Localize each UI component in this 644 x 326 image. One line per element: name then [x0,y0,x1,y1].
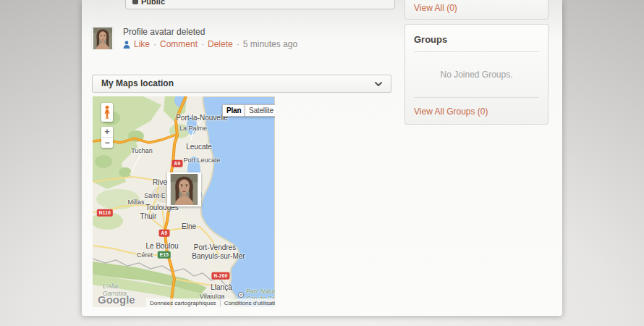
map-label-town: Tuchan [131,147,153,154]
park-icon [238,292,244,298]
map-label-town: Saint-E [144,192,166,199]
map-label-town: Port Leucate [183,156,220,164]
map-data-notice: Données cartographiques [146,300,220,306]
pegman-icon [103,105,111,120]
activity-meta-row: Like · Comment · Delete · 5 minutes ago [123,39,297,49]
map-type-satellite-button[interactable]: Satellite [245,104,275,117]
google-logo[interactable]: Google [98,293,135,306]
sidebar-widget-groups: Groups No Joined Groups. View All Groups… [404,24,548,125]
delete-link[interactable]: Delete [208,39,233,49]
view-all-groups-link[interactable]: View All Groups (0) [414,106,488,117]
map-label-town: Millas [127,198,144,206]
profile-content-card: Public Share Profile avatar deleted Like… [82,0,562,316]
map-label-town: La Palme [179,125,207,132]
groups-empty-text: No Joined Groups. [405,52,548,97]
road-shield-n116: N116 [97,209,113,217]
sidebar-widget-recent: View All (0) [404,0,548,20]
visibility-icon [132,0,138,4]
street-view-pegman[interactable] [101,103,113,122]
map-label-town: Rive [153,178,167,186]
map-label-town: Le Boulou [145,242,178,250]
groups-widget-title: Groups [405,25,548,51]
avatar[interactable] [92,28,114,49]
maps-panel-title: My Maps location [101,75,174,92]
google-map[interactable]: Port-la-Nouvelle La Palme Leucate Port L… [93,96,275,307]
road-shield-a9: A9 [159,230,170,237]
zoom-in-button[interactable]: + [101,127,113,138]
map-label-town: Port-la-Nouvelle [176,114,228,122]
member-icon [123,41,130,49]
location-photo-marker[interactable] [167,172,201,206]
map-label-town: Port-Vendres [194,243,236,251]
map-label-town: Llançà [211,283,232,291]
map-label-town: Banyuls-sur-Mer [192,252,245,260]
meta-separator: · [153,39,156,49]
view-all-link[interactable]: View All (0) [414,3,457,13]
map-label-town: Thuir [140,212,157,220]
activity-action-text: Profile avatar deleted [123,27,205,37]
visibility-label: Public [141,0,165,9]
comment-link[interactable]: Comment [160,39,198,49]
activity-timestamp: 5 minutes ago [243,39,297,49]
map-attribution-bar: Données cartographiques Conditions d'uti… [146,298,275,307]
activity-post-form: Public Share [125,0,395,9]
map-label-town: Céret [137,251,153,259]
meta-separator: · [237,39,240,49]
road-shield-a9: A9 [172,160,183,167]
road-shield-n260: N-260 [211,272,229,280]
post-visibility-select[interactable]: Public [132,0,165,7]
terms-of-use-link[interactable]: Conditions d'utilisation [220,300,275,306]
page-background: Public Share Profile avatar deleted Like… [0,0,644,326]
zoom-out-button[interactable]: − [101,138,113,148]
road-shield-e15: E15 [158,251,171,259]
map-label-town: Leucate [186,143,212,151]
zoom-control: + − [101,127,113,148]
maps-panel-header[interactable]: My Maps location [92,75,391,93]
meta-separator: · [201,39,204,49]
like-link[interactable]: Like [134,39,150,49]
chevron-down-icon [375,82,382,86]
map-type-plan-button[interactable]: Plan [222,104,245,117]
map-label-town: Elne [182,222,196,230]
